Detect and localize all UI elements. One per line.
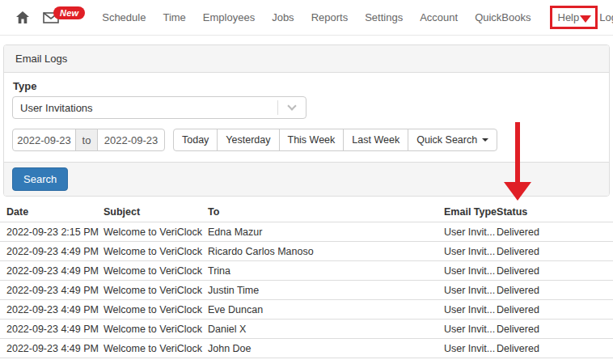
top-navbar: New Schedule Time Employees Jobs Reports… xyxy=(0,0,613,36)
cell-email-type: User Invit... xyxy=(444,339,497,358)
cell-date: 2022-09-23 4:49 PM xyxy=(0,242,104,261)
cell-date: 2022-09-23 4:49 PM xyxy=(0,281,104,300)
nav-item-time[interactable]: Time xyxy=(163,11,185,23)
cell-email-type: User Invit... xyxy=(444,281,497,300)
quick-search-dropdown-button[interactable]: Quick Search xyxy=(408,129,497,151)
date-range-group: to xyxy=(12,129,164,151)
today-button[interactable]: Today xyxy=(173,129,218,151)
cell-status: Delivered xyxy=(497,300,613,320)
type-label: Type xyxy=(13,80,599,92)
cell-email-type: User Invit... xyxy=(444,261,497,281)
nav-item-schedule[interactable]: Schedule xyxy=(102,11,146,23)
date-from-input[interactable] xyxy=(12,129,76,151)
cell-email-type: User Invit... xyxy=(444,242,497,261)
messages-nav-item[interactable]: New xyxy=(43,11,91,24)
new-badge: New xyxy=(53,6,85,19)
cell-date: 2022-09-23 4:49 PM xyxy=(0,320,104,339)
cell-subject: Welcome to VeriClock xyxy=(104,242,208,261)
email-type-selected-value: User Invitations xyxy=(13,102,277,114)
help-dropdown-caret-icon xyxy=(580,15,591,23)
date-to-input[interactable] xyxy=(97,129,165,151)
cell-subject: Welcome to VeriClock xyxy=(104,281,208,300)
col-header-date: Date xyxy=(0,201,104,222)
cell-to: Justin Time xyxy=(208,281,444,300)
table-row[interactable]: 2022-09-23 4:49 PM Welcome to VeriClock … xyxy=(0,339,613,358)
nav-item-account[interactable]: Account xyxy=(420,11,458,23)
cell-to: Edna Mazur xyxy=(208,222,444,242)
date-controls-row: to Today Yesterday This Week Last Week Q… xyxy=(12,129,599,151)
cell-status: Delivered xyxy=(497,261,613,281)
cell-to: Eve Duncan xyxy=(208,300,444,320)
cell-email-type: User Invit... xyxy=(444,300,497,320)
cell-date: 2022-09-23 4:49 PM xyxy=(0,300,104,320)
cell-status: Delivered xyxy=(497,222,613,242)
panel-title: Email Logs xyxy=(4,45,609,73)
col-header-to: To xyxy=(208,201,444,222)
table-row[interactable]: 2022-09-23 4:49 PM Welcome to VeriClock … xyxy=(0,281,613,300)
cell-email-type: User Invit... xyxy=(444,320,497,339)
cell-email-type: User Invit... xyxy=(444,222,497,242)
cell-status: Delivered xyxy=(497,339,613,358)
cell-to: Ricardo Carlos Manoso xyxy=(208,242,444,261)
table-row[interactable]: 2022-09-23 2:15 PM Welcome to VeriClock … xyxy=(0,222,613,242)
nav-item-employees[interactable]: Employees xyxy=(203,11,255,23)
cell-subject: Welcome to VeriClock xyxy=(104,261,208,281)
cell-status: Delivered xyxy=(497,320,613,339)
cell-status: Delivered xyxy=(497,281,613,300)
table-row[interactable]: 2022-09-23 4:49 PM Welcome to VeriClock … xyxy=(0,300,613,320)
quick-search-label: Quick Search xyxy=(416,134,477,146)
chevron-down-icon xyxy=(278,106,306,109)
cell-subject: Welcome to VeriClock xyxy=(104,300,208,320)
table-row[interactable]: 2022-09-23 4:49 PM Welcome to VeriClock … xyxy=(0,261,613,281)
col-header-subject: Subject xyxy=(104,201,208,222)
cell-subject: Welcome to VeriClock xyxy=(104,339,208,358)
annotation-arrow-shaft xyxy=(515,122,520,184)
this-week-button[interactable]: This Week xyxy=(279,129,345,151)
yesterday-button[interactable]: Yesterday xyxy=(217,129,279,151)
help-label: Help xyxy=(558,11,580,23)
date-to-label: to xyxy=(75,129,98,151)
cell-status: Delivered xyxy=(497,242,613,261)
table-row[interactable]: 2022-09-23 4:49 PM Welcome to VeriClock … xyxy=(0,242,613,261)
cell-date: 2022-09-23 2:15 PM xyxy=(0,222,104,242)
cell-date: 2022-09-23 4:49 PM xyxy=(0,261,104,281)
col-header-email-type: Email Type xyxy=(444,201,497,222)
nav-item-quickbooks[interactable]: QuickBooks xyxy=(475,11,531,23)
nav-item-jobs[interactable]: Jobs xyxy=(272,11,294,23)
cell-subject: Welcome to VeriClock xyxy=(104,222,208,242)
nav-item-reports[interactable]: Reports xyxy=(311,11,349,23)
annotation-arrow-down-icon xyxy=(504,182,531,201)
cell-to: Trina xyxy=(208,261,444,281)
home-icon[interactable] xyxy=(16,11,29,23)
quick-range-button-group: Today Yesterday This Week Last Week Quic… xyxy=(173,129,497,151)
search-button[interactable]: Search xyxy=(12,167,68,191)
nav-item-settings[interactable]: Settings xyxy=(365,11,403,23)
table-header-row: Date Subject To Email Type Status xyxy=(0,201,613,222)
cell-date: 2022-09-23 4:49 PM xyxy=(0,339,104,358)
nav-item-help-highlighted[interactable]: Help xyxy=(550,6,598,29)
col-header-status: Status xyxy=(497,201,613,222)
email-type-select[interactable]: User Invitations xyxy=(12,96,306,119)
table-row[interactable]: 2022-09-23 4:49 PM Welcome to VeriClock … xyxy=(0,320,613,339)
last-week-button[interactable]: Last Week xyxy=(343,129,408,151)
cell-to: Daniel X xyxy=(208,320,444,339)
email-log-table: Date Subject To Email Type Status 2022-0… xyxy=(0,201,613,358)
nav-item-logout[interactable]: Logout xyxy=(599,11,613,23)
cell-to: John Doe xyxy=(208,339,444,358)
caret-down-icon xyxy=(482,138,488,142)
cell-subject: Welcome to VeriClock xyxy=(104,320,208,339)
